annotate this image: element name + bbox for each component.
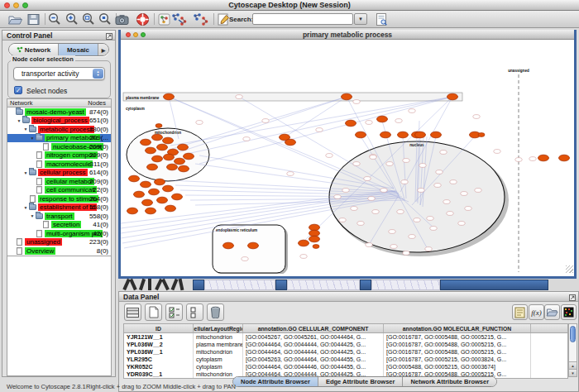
network-node[interactable] bbox=[419, 164, 426, 168]
network-node-selected[interactable] bbox=[285, 139, 296, 146]
network-node-selected[interactable] bbox=[223, 242, 234, 249]
tree-row[interactable]: response to stimulu264(0) bbox=[7, 194, 111, 203]
network-node-selected[interactable] bbox=[146, 208, 156, 214]
tree-row[interactable]: ▼metabolic process280(0) bbox=[7, 125, 111, 134]
column-header-cellular-component[interactable]: annotation.GO CELLULAR_COMPONENT bbox=[243, 324, 384, 332]
network-node-selected[interactable] bbox=[167, 164, 178, 170]
network-node-selected[interactable] bbox=[342, 93, 352, 100]
open-session-icon[interactable] bbox=[7, 12, 23, 27]
tree-row[interactable]: ▼biological_process651(0) bbox=[7, 117, 111, 126]
network-node-selected[interactable] bbox=[165, 205, 176, 212]
node-color-dropdown[interactable]: transporter activity ▲▼ bbox=[13, 67, 105, 80]
network-node-selected[interactable] bbox=[184, 153, 194, 160]
network-node[interactable] bbox=[372, 210, 379, 214]
tree-row[interactable]: mosaic-demo-yeast874(0) bbox=[7, 108, 111, 117]
network-node-selected[interactable] bbox=[313, 245, 319, 249]
table-row[interactable]: YPL036W__2plasma membrane[GO:0044464, GO… bbox=[124, 341, 567, 348]
network-node-selected[interactable] bbox=[431, 131, 442, 138]
background-window-titlebar[interactable] bbox=[275, 280, 287, 290]
tree-row[interactable]: secretion41(0) bbox=[7, 221, 111, 230]
network-node[interactable] bbox=[475, 189, 481, 193]
tab-mosaic[interactable]: Mosaic bbox=[59, 44, 98, 55]
zoom-selected-region-icon[interactable] bbox=[98, 12, 113, 27]
expand-arrow-icon[interactable]: ▼ bbox=[22, 205, 29, 210]
float-panel-icon[interactable] bbox=[106, 32, 112, 39]
tree-row[interactable]: ▼cellular process614(0) bbox=[7, 169, 111, 178]
network-node[interactable] bbox=[326, 154, 333, 158]
network-node-selected[interactable] bbox=[172, 194, 183, 200]
unselect-all-attributes-icon[interactable] bbox=[186, 304, 203, 321]
network-node-selected[interactable] bbox=[377, 116, 388, 122]
network-node[interactable] bbox=[366, 121, 372, 125]
nodes-column-header[interactable]: Nodes bbox=[88, 99, 106, 108]
resize-grip-icon[interactable] bbox=[566, 265, 573, 273]
tree-row[interactable]: cell communicati22(0) bbox=[7, 186, 111, 195]
network-node-selected[interactable] bbox=[559, 155, 570, 161]
network-node-selected[interactable] bbox=[309, 224, 320, 231]
network-node-selected[interactable] bbox=[163, 137, 174, 144]
duplicate-network-view-icon[interactable] bbox=[191, 12, 207, 27]
network-node[interactable] bbox=[473, 115, 480, 119]
search-options-icon[interactable] bbox=[374, 12, 390, 27]
import-attributes-icon[interactable] bbox=[544, 304, 560, 320]
network-node-selected[interactable] bbox=[147, 164, 158, 170]
network-node-selected[interactable] bbox=[157, 197, 168, 203]
network-node[interactable] bbox=[353, 100, 360, 104]
network-node-selected[interactable] bbox=[157, 144, 168, 151]
network-node[interactable] bbox=[370, 155, 376, 160]
network-node[interactable] bbox=[515, 158, 522, 162]
network-node[interactable] bbox=[440, 151, 447, 155]
tree-row[interactable]: unassigned223(0) bbox=[7, 238, 111, 247]
network-node-selected[interactable] bbox=[155, 179, 165, 185]
network-node[interactable] bbox=[443, 200, 450, 204]
tree-row[interactable]: nitrogen compou209(0) bbox=[7, 151, 111, 160]
tree-row[interactable]: Overview8(0) bbox=[7, 246, 111, 256]
network-node[interactable] bbox=[409, 109, 415, 113]
network-node-selected[interactable] bbox=[248, 242, 259, 249]
zoom-in-icon[interactable] bbox=[65, 12, 80, 27]
network-node[interactable] bbox=[430, 227, 437, 231]
network-node[interactable] bbox=[316, 128, 323, 132]
network-node-selected[interactable] bbox=[478, 133, 485, 137]
network-node-selected[interactable] bbox=[149, 189, 160, 195]
network-node-selected[interactable] bbox=[346, 120, 356, 127]
network-node-selected[interactable] bbox=[163, 185, 174, 192]
network-node[interactable] bbox=[465, 207, 471, 211]
network-node-selected[interactable] bbox=[127, 208, 138, 214]
table-row[interactable]: YPL036W__1mitochondrion[GO:0044464, GO:0… bbox=[124, 348, 567, 356]
search-input[interactable] bbox=[252, 13, 353, 25]
network-node[interactable] bbox=[529, 157, 536, 161]
network-node[interactable] bbox=[390, 245, 397, 249]
tab-network-attribute-browser[interactable]: Network Attribute Browser bbox=[403, 377, 496, 386]
network-node[interactable] bbox=[357, 222, 364, 226]
network-node[interactable] bbox=[447, 212, 453, 216]
network-node[interactable] bbox=[262, 119, 269, 123]
network-node[interactable] bbox=[380, 189, 387, 193]
network-node[interactable] bbox=[243, 137, 250, 141]
network-node-selected[interactable] bbox=[178, 144, 189, 151]
column-header-region[interactable]: _cellularLayoutRegion bbox=[194, 324, 243, 332]
scroll-up-button[interactable]: ▲ bbox=[569, 361, 577, 369]
column-header-id[interactable]: ID bbox=[124, 324, 194, 332]
tree-row[interactable]: cellular metabol209(0) bbox=[7, 177, 111, 186]
network-node[interactable] bbox=[418, 189, 424, 193]
tab-node-attribute-browser[interactable]: Node Attribute Browser bbox=[233, 377, 318, 386]
network-node-selected[interactable] bbox=[164, 154, 175, 160]
network-node[interactable] bbox=[368, 197, 375, 201]
network-node[interactable] bbox=[342, 189, 349, 193]
select-nodes-checkbox[interactable]: ✓ bbox=[14, 86, 22, 94]
network-node[interactable] bbox=[287, 172, 294, 176]
network-node[interactable] bbox=[397, 210, 404, 214]
scrollbar-thumb[interactable] bbox=[570, 326, 576, 342]
select-all-attributes-icon[interactable] bbox=[165, 304, 183, 321]
column-header-molecular-function[interactable]: annotation.GO MOLECULAR_FUNCTION bbox=[384, 324, 531, 332]
network-node-selected[interactable] bbox=[152, 155, 163, 162]
network-node-selected[interactable] bbox=[146, 147, 156, 154]
network-node[interactable] bbox=[414, 218, 420, 222]
tabs-overflow-button[interactable]: ▶ bbox=[98, 44, 108, 55]
expand-arrow-icon[interactable]: ▼ bbox=[29, 213, 36, 218]
network-node-selected[interactable] bbox=[156, 124, 162, 128]
network-node-selected[interactable] bbox=[356, 131, 366, 138]
attribute-matrix-icon[interactable] bbox=[561, 304, 577, 320]
network-node[interactable] bbox=[364, 177, 371, 181]
